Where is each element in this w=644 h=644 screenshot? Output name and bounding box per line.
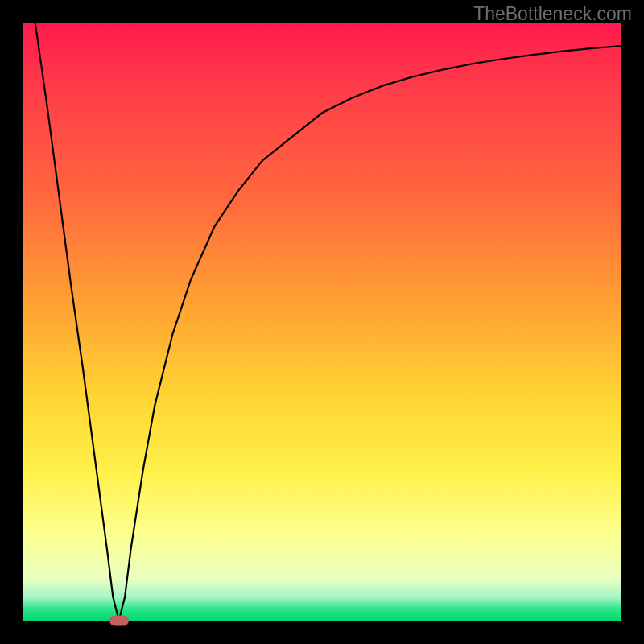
plot-area (23, 23, 621, 621)
watermark-text: TheBottleneck.com (473, 3, 632, 25)
bottleneck-curve (23, 23, 621, 621)
optimum-marker (109, 616, 129, 626)
chart-frame: TheBottleneck.com (0, 0, 644, 644)
